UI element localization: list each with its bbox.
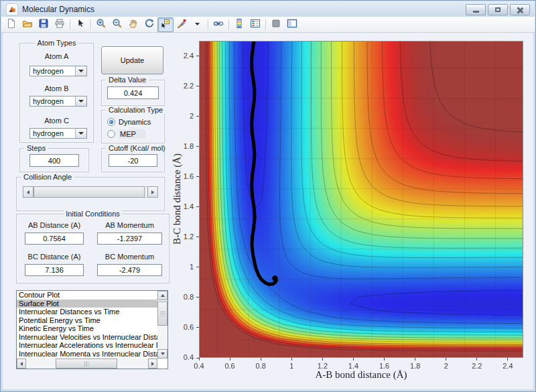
edit-plot-button[interactable] xyxy=(72,17,88,32)
insert-legend-button[interactable] xyxy=(247,17,263,32)
x-tick-mark xyxy=(261,358,261,361)
y-axis-label: B-C bond distance (Å) xyxy=(172,153,183,245)
toolbar-separator xyxy=(70,19,70,30)
y-tick-mark xyxy=(196,116,199,117)
atom-a-value: hydrogen xyxy=(30,66,75,76)
atom-b-label: Atom B xyxy=(20,84,93,92)
radio-mep[interactable]: MEP xyxy=(107,129,145,139)
scroll-left-button[interactable] xyxy=(17,358,26,369)
link-plot-button[interactable] xyxy=(210,17,226,32)
open-file-button[interactable] xyxy=(19,17,36,32)
plot-type-listbox[interactable]: Contour PlotSurface PlotInternuclear Dis… xyxy=(16,290,168,369)
x-tick-mark xyxy=(291,358,292,361)
x-tick-label: 0.6 xyxy=(218,362,241,370)
hide-plot-tools-icon xyxy=(271,18,281,31)
y-tick-label: 0.6 xyxy=(164,323,194,331)
y-tick-label: 0.8 xyxy=(164,293,194,301)
brush-data-button[interactable] xyxy=(174,17,190,32)
vscroll-thumb[interactable] xyxy=(157,302,168,326)
list-item[interactable]: Internuclear Distances vs Time xyxy=(17,308,157,316)
list-item[interactable]: Contour Plot xyxy=(17,291,157,300)
ab-momentum-field[interactable]: -1.2397 xyxy=(97,233,162,245)
insert-legend-icon xyxy=(250,18,261,31)
cutoff-field[interactable]: -20 xyxy=(109,154,157,167)
toolbar xyxy=(1,17,535,33)
brush-dropdown-button[interactable] xyxy=(190,17,206,32)
atom-a-dropdown-arrow[interactable] xyxy=(75,66,86,76)
delta-value-field[interactable]: 0.424 xyxy=(107,86,159,99)
hscroll-thumb[interactable] xyxy=(56,358,117,369)
minimize-icon xyxy=(473,11,479,13)
slider-thumb[interactable] xyxy=(34,186,145,198)
initial-conditions-title: Initial Conditions xyxy=(63,210,123,218)
slider-left-arrow[interactable] xyxy=(23,186,34,198)
x-tick-mark xyxy=(415,358,415,361)
ab-distance-label: AB Distance (A) xyxy=(25,221,84,229)
data-cursor-button[interactable] xyxy=(157,17,174,32)
list-item[interactable]: Internuclear Momenta vs Internuclear Dis… xyxy=(17,350,157,358)
radio-dynamics[interactable]: Dynamics xyxy=(107,118,151,126)
update-button[interactable]: Update xyxy=(101,46,163,74)
toolbar-separator xyxy=(265,19,266,30)
y-tick-mark xyxy=(196,86,199,86)
insert-colorbar-button[interactable] xyxy=(231,17,247,32)
toolbar-separator xyxy=(228,19,229,30)
brush-data-icon xyxy=(176,18,187,31)
bc-distance-label: BC Distance (A) xyxy=(25,253,84,261)
list-item[interactable]: Surface Plot xyxy=(17,300,157,308)
collision-angle-title: Collision Angle xyxy=(21,173,74,181)
restore-button[interactable] xyxy=(488,4,508,15)
hide-plot-tools-button[interactable] xyxy=(268,17,284,32)
atom-c-dropdown[interactable]: hydrogen xyxy=(29,128,87,139)
open-file-icon xyxy=(22,18,33,31)
edit-plot-icon xyxy=(75,18,86,31)
new-file-button[interactable] xyxy=(3,17,19,32)
close-icon xyxy=(517,7,523,13)
atom-b-dropdown-arrow[interactable] xyxy=(75,96,86,106)
zoom-in-button[interactable] xyxy=(93,17,109,32)
potential-surface-plot[interactable] xyxy=(199,41,523,358)
scroll-right-button[interactable] xyxy=(148,358,157,369)
bc-distance-field[interactable]: 7.136 xyxy=(25,264,84,276)
list-item[interactable]: Potential Energy vs Time xyxy=(17,316,157,325)
atom-c-label: Atom C xyxy=(20,117,93,125)
atom-types-panel: Atom Types Atom A hydrogen Atom B hydrog… xyxy=(19,43,94,143)
arrow-left-icon xyxy=(20,362,23,366)
title-bar[interactable]: Molecular Dynamics xyxy=(1,1,535,17)
list-item[interactable]: Internuclear Accelerations vs Internucle… xyxy=(17,341,157,350)
x-tick-label: 2.2 xyxy=(466,362,488,370)
steps-panel: Steps 400 xyxy=(19,148,89,172)
list-item[interactable]: Kinetic Energy vs Time xyxy=(17,324,157,333)
list-item[interactable]: Internuclear Velocities vs Internuclear … xyxy=(17,333,157,342)
atom-c-dropdown-arrow[interactable] xyxy=(75,129,86,138)
pan-button[interactable] xyxy=(125,17,141,32)
initial-conditions-panel: Initial Conditions AB Distance (A) AB Mo… xyxy=(16,214,170,283)
steps-field[interactable]: 400 xyxy=(29,154,79,167)
slider-right-arrow[interactable] xyxy=(147,186,158,198)
zoom-out-button[interactable] xyxy=(109,17,125,32)
y-tick-label: 2.2 xyxy=(164,82,194,90)
toolbar-separator xyxy=(208,19,208,30)
x-tick-mark xyxy=(507,358,508,361)
bc-momentum-field[interactable]: -2.479 xyxy=(97,264,162,276)
minimize-button[interactable] xyxy=(466,4,486,15)
listbox-hscrollbar[interactable] xyxy=(17,358,157,369)
x-tick-mark xyxy=(384,358,385,361)
delta-value-title: Delta Value xyxy=(106,76,149,84)
thumb-grip xyxy=(160,312,165,316)
save-figure-button[interactable] xyxy=(36,17,52,32)
steps-title: Steps xyxy=(24,144,48,152)
print-figure-button[interactable] xyxy=(52,17,68,32)
data-cursor-icon xyxy=(160,18,171,31)
collision-angle-slider[interactable] xyxy=(23,186,158,198)
insert-colorbar-icon xyxy=(234,18,245,31)
close-button[interactable] xyxy=(510,4,530,15)
atom-b-dropdown[interactable]: hydrogen xyxy=(29,96,87,107)
ab-distance-field[interactable]: 0.7564 xyxy=(25,233,84,245)
calculation-type-panel: Calculation Type Dynamics MEP xyxy=(101,110,165,143)
toolbar-separator xyxy=(90,19,91,30)
rotate-3d-button[interactable] xyxy=(141,17,157,32)
atom-a-dropdown[interactable]: hydrogen xyxy=(29,66,87,76)
show-plot-tools-button[interactable] xyxy=(284,17,300,32)
bc-momentum-label: BC Momentum xyxy=(97,253,162,261)
